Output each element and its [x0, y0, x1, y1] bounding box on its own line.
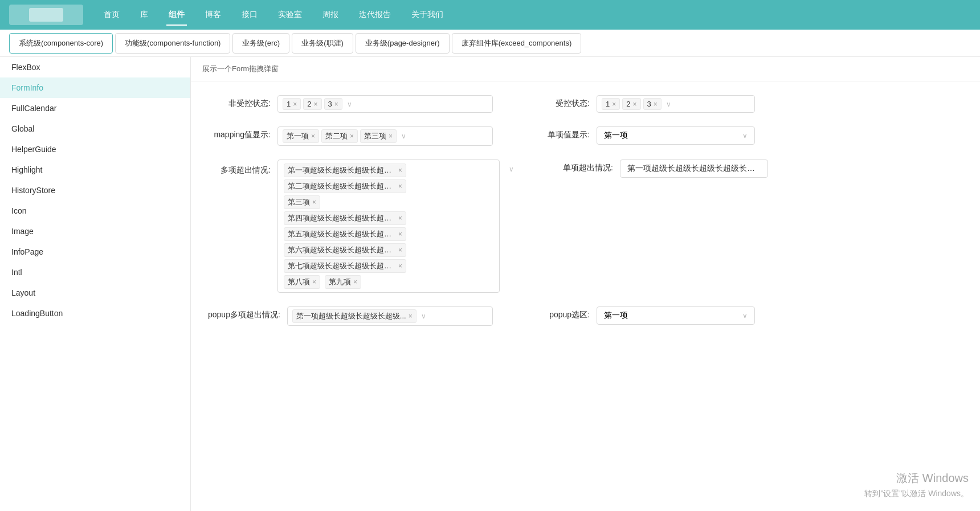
map-tag-3-remove[interactable]: ×: [389, 132, 393, 140]
top-navigation: 首页 库 组件 博客 接口 实验室 周报 迭代报告 关于我们: [0, 0, 980, 30]
overflow-tag-1: 第一项超级长超级长超级长超级... ×: [284, 163, 406, 177]
popup-single-text: 第一项: [604, 310, 628, 321]
sidebar-item-fullcalendar[interactable]: FullCalendar: [0, 98, 190, 118]
ctrl-tag-3-remove[interactable]: ×: [654, 100, 658, 108]
tag-3: 3 ×: [324, 98, 342, 110]
sidebar-item-helperguide[interactable]: HelperGuide: [0, 139, 190, 160]
sidebar-item-icon[interactable]: Icon: [0, 201, 190, 221]
overflow-tag-5-remove[interactable]: ×: [398, 230, 402, 238]
sidebar-collapse-button[interactable]: ‹: [190, 273, 191, 296]
mapping-dropdown-arrow[interactable]: ∨: [399, 132, 409, 140]
tab-function[interactable]: 功能级(components-function): [115, 33, 230, 54]
tab-exceed[interactable]: 废弃组件库(exceed_components): [452, 33, 582, 54]
ctrl-tag-2-remove[interactable]: ×: [632, 100, 636, 108]
logo-image: [29, 8, 63, 22]
popup-single-label: popup选区:: [527, 306, 590, 320]
nav-home[interactable]: 首页: [95, 6, 129, 23]
popup-single-control: 第一项 ∨: [597, 306, 755, 325]
tag-3-remove[interactable]: ×: [334, 100, 338, 108]
sidebar-item-intl[interactable]: Intl: [0, 262, 190, 283]
overflow-row-89: 第八项 × 第九项 ×: [283, 274, 495, 290]
nav-api[interactable]: 接口: [232, 6, 267, 23]
map-tag-1-remove[interactable]: ×: [311, 132, 315, 140]
sidebar-item-layout[interactable]: Layout: [0, 283, 190, 303]
overflow-tag-7-remove[interactable]: ×: [398, 262, 402, 270]
tag-2: 2 ×: [303, 98, 321, 110]
overflow-tag-6-remove[interactable]: ×: [398, 246, 402, 254]
mapping-label: mapping值显示:: [208, 126, 271, 140]
nav-lab[interactable]: 实验室: [269, 6, 311, 23]
tab-page-designer[interactable]: 业务级(page-designer): [356, 33, 450, 54]
single-value-label: 单项值显示:: [527, 126, 590, 140]
mapping-tag-input[interactable]: 第一项 × 第二项 × 第三项 × ∨: [277, 126, 493, 146]
ctrl-tag-1-remove[interactable]: ×: [612, 100, 616, 108]
nav-weekly[interactable]: 周报: [313, 6, 348, 23]
sidebar-item-loadingbutton[interactable]: LoadingButton: [0, 303, 190, 324]
sidebar-item-forminfo[interactable]: FormInfo: [0, 77, 190, 98]
map-tag-2: 第二项 ×: [321, 129, 358, 143]
single-value-text: 第一项: [604, 130, 628, 141]
tag-1: 1 ×: [283, 98, 301, 110]
overflow-tag-3-remove[interactable]: ×: [312, 198, 316, 206]
overflow-tag-7: 第七项超级长超级长超级长超级... ×: [284, 259, 406, 273]
single-value-select[interactable]: 第一项 ∨: [597, 126, 755, 145]
sidebar-item-highlight[interactable]: Highlight: [0, 160, 190, 180]
popup-multi-tag-1-remove[interactable]: ×: [409, 312, 413, 320]
tab-system-core[interactable]: 系统级(components-core): [9, 33, 113, 54]
ctrl-tag-1: 1 ×: [602, 98, 620, 110]
nav-components[interactable]: 组件: [160, 6, 194, 23]
nav-about[interactable]: 关于我们: [402, 6, 452, 23]
overflow-tag-3: 第三项 ×: [284, 195, 320, 209]
overflow-row-4: 第四项超级长超级长超级长超级... ×: [283, 210, 495, 226]
overflow-tag-2-remove[interactable]: ×: [398, 182, 402, 190]
tab-career[interactable]: 业务级(职涯): [292, 33, 353, 54]
nav-library[interactable]: 库: [131, 6, 157, 23]
ctrl-tag-3: 3 ×: [643, 98, 662, 110]
controlled-dropdown-arrow[interactable]: ∨: [664, 100, 673, 108]
main-layout: FlexBox FormInfo FullCalendar Global Hel…: [0, 57, 980, 511]
sidebar-item-global[interactable]: Global: [0, 118, 190, 139]
popup-multi-tag-input[interactable]: 第一项超级长超级长超级长超级... × ∨: [287, 306, 493, 326]
overflow-tag-5: 第五项超级长超级长超级长超级... ×: [284, 227, 406, 241]
multi-overflow-dropdown-arrow[interactable]: ∨: [507, 160, 516, 173]
overflow-tag-9-remove[interactable]: ×: [353, 278, 357, 286]
map-tag-2-remove[interactable]: ×: [350, 132, 354, 140]
overflow-tag-4-remove[interactable]: ×: [398, 214, 402, 222]
tag-2-remove[interactable]: ×: [313, 100, 317, 108]
controlled-control: 1 × 2 × 3 × ∨: [597, 95, 755, 113]
field-uncontrolled: 非受控状态: 1 × 2 × 3: [208, 95, 493, 113]
overflow-tag-8: 第八项 ×: [284, 275, 320, 289]
single-value-control: 第一项 ∨: [597, 126, 755, 145]
controlled-tag-input[interactable]: 1 × 2 × 3 × ∨: [597, 95, 755, 113]
form-row-3: 多项超出情况: 第一项超级长超级长超级长超级... ×: [208, 160, 963, 293]
overflow-row-2: 第二项超级长超级长超级长超级... ×: [283, 178, 495, 194]
tab-erc[interactable]: 业务级(erc): [232, 33, 289, 54]
sidebar-item-flexbox[interactable]: FlexBox: [0, 57, 190, 77]
sidebar-item-image[interactable]: Image: [0, 221, 190, 242]
multi-overflow-control: 第一项超级长超级长超级长超级... × 第二项超级长超级长超级长超级... ×: [277, 160, 500, 293]
nav-blog[interactable]: 博客: [196, 6, 230, 23]
single-value-arrow: ∨: [742, 132, 748, 140]
popup-multi-control: 第一项超级长超级长超级长超级... × ∨: [287, 306, 493, 326]
uncontrolled-tag-input[interactable]: 1 × 2 × 3 × ∨: [277, 95, 493, 113]
overflow-tag-8-remove[interactable]: ×: [312, 278, 316, 286]
multi-overflow-tag-input[interactable]: 第一项超级长超级长超级长超级... × 第二项超级长超级长超级长超级... ×: [277, 160, 500, 293]
overflow-row-5: 第五项超级长超级长超级长超级... ×: [283, 226, 495, 242]
multi-overflow-label: 多项超出情况:: [208, 160, 271, 175]
single-overflow-value[interactable]: 第一项超级长超级长超级长超级长超级长超级长超级长超级: [620, 160, 768, 178]
tag-1-remove[interactable]: ×: [293, 100, 297, 108]
nav-items: 首页 库 组件 博客 接口 实验室 周报 迭代报告 关于我们: [95, 6, 971, 23]
overflow-row-3: 第三项 ×: [283, 194, 495, 210]
tab-bar: 系统级(components-core) 功能级(components-func…: [0, 30, 980, 57]
uncontrolled-dropdown-arrow[interactable]: ∨: [345, 100, 354, 108]
mapping-control: 第一项 × 第二项 × 第三项 × ∨: [277, 126, 493, 146]
overflow-tag-1-remove[interactable]: ×: [398, 166, 402, 174]
sidebar-item-infopage[interactable]: InfoPage: [0, 242, 190, 262]
popup-multi-dropdown-arrow[interactable]: ∨: [419, 312, 428, 320]
form-row-2: mapping值显示: 第一项 × 第二项 ×: [208, 126, 963, 146]
sidebar-item-historystore[interactable]: HistoryStore: [0, 180, 190, 201]
nav-iteration[interactable]: 迭代报告: [350, 6, 400, 23]
field-multi-overflow: 多项超出情况: 第一项超级长超级长超级长超级... ×: [208, 160, 516, 293]
popup-single-select[interactable]: 第一项 ∨: [597, 306, 755, 325]
sidebar: FlexBox FormInfo FullCalendar Global Hel…: [0, 57, 191, 511]
